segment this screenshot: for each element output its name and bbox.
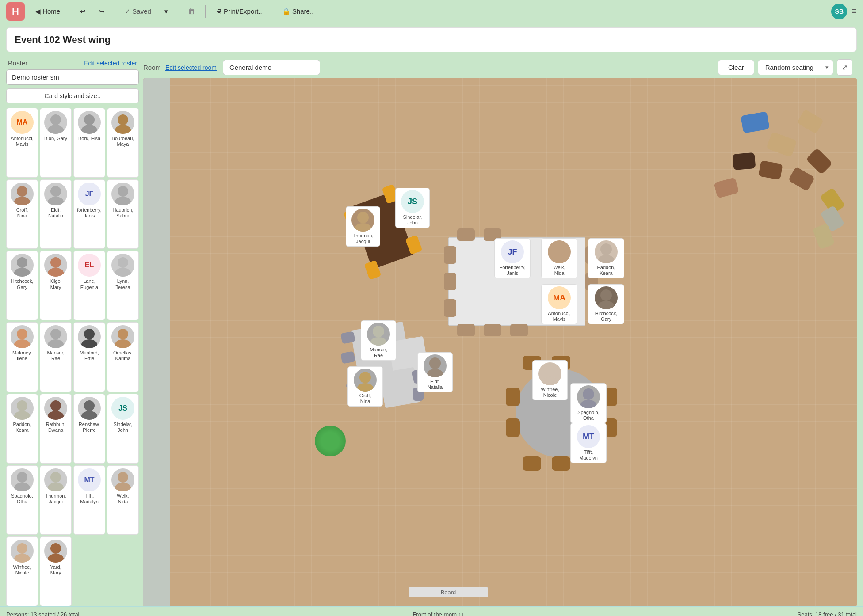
svg-point-45 xyxy=(551,255,567,263)
list-item[interactable]: JS Sindelar,John xyxy=(107,394,139,464)
list-item[interactable]: Hitchcock,Gary xyxy=(6,251,38,320)
avatar xyxy=(424,354,447,377)
list-item[interactable]: JF fortenberry,Janis xyxy=(73,179,105,249)
seat-spagnolo[interactable]: Spagnolo,Otha xyxy=(570,383,607,423)
print-export-button[interactable]: 🖨 Print/Export.. xyxy=(210,5,267,18)
seat-manser[interactable]: Manser,Rae xyxy=(361,320,396,361)
list-item[interactable]: Thurmon,Jacqui xyxy=(40,465,72,535)
list-item[interactable]: Welk,Nida xyxy=(107,465,139,535)
saved-button[interactable]: ✓ Saved xyxy=(119,5,157,18)
svg-point-6 xyxy=(17,186,27,197)
roster-label: Roster xyxy=(8,59,27,67)
list-item[interactable]: Eidt,Natalia xyxy=(40,179,72,249)
list-item[interactable]: Munford,Ettie xyxy=(73,322,105,392)
list-item[interactable]: Renshaw,Pierre xyxy=(73,394,105,464)
svg-point-57 xyxy=(542,377,558,385)
svg-point-4 xyxy=(118,114,128,125)
seat-tifft[interactable]: MT Tifft,Madelyn xyxy=(570,423,607,463)
svg-point-29 xyxy=(48,411,64,420)
share-button[interactable]: 🔒 Share.. xyxy=(277,5,319,18)
svg-point-25 xyxy=(115,339,131,348)
room-controls: Room Edit selected room General demo Cle… xyxy=(139,57,857,78)
person-name: Bourbeau,Maya xyxy=(112,136,134,147)
event-title[interactable]: Event 102 West wing xyxy=(6,27,857,52)
list-item[interactable]: Ornellas,Karima xyxy=(107,322,139,392)
avatar xyxy=(595,286,618,309)
person-name: Antonucci,Mavis xyxy=(11,136,33,147)
svg-point-28 xyxy=(50,400,61,411)
expand-button[interactable]: ⤢ xyxy=(837,59,852,76)
seat-fortenberry[interactable]: JF Fortenberry,Janis xyxy=(494,238,531,278)
avatar xyxy=(44,183,67,205)
avatar xyxy=(11,183,34,205)
person-name: Ornellas,Karima xyxy=(113,350,133,361)
seat-eidt[interactable]: Eidt,Natalia xyxy=(417,352,453,392)
list-item[interactable]: Kilgo,Mary xyxy=(40,251,72,320)
seat-sindelar[interactable]: JS Sindelar,John xyxy=(395,188,430,228)
left-separator xyxy=(143,78,170,606)
roster-select[interactable]: Demo roster sm xyxy=(6,69,139,85)
undo-button[interactable]: ↩ xyxy=(75,5,91,18)
avatar xyxy=(351,209,374,232)
seat-hitchcock[interactable]: Hitchcock,Gary xyxy=(588,284,624,324)
list-item[interactable]: Bork, Elsa xyxy=(73,108,105,178)
person-name: Yard,Mary xyxy=(50,564,61,576)
svg-point-43 xyxy=(355,223,371,232)
clear-button[interactable]: Clear xyxy=(718,60,754,75)
redo-button[interactable]: ↪ xyxy=(94,5,110,18)
list-item[interactable]: Spagnolo,Otha xyxy=(6,465,38,535)
card-style-button[interactable]: Card style and size.. xyxy=(6,88,139,103)
random-seating-button[interactable]: Random seating ▾ xyxy=(758,60,833,75)
random-seating-main[interactable]: Random seating xyxy=(758,60,821,75)
user-avatar[interactable]: SB xyxy=(831,4,847,19)
random-seating-caret[interactable]: ▾ xyxy=(821,61,833,74)
person-name: Sindelar,John xyxy=(403,214,422,226)
list-item[interactable]: Maloney,Ilene xyxy=(6,322,38,392)
svg-point-26 xyxy=(17,400,27,411)
seat-paddon[interactable]: Paddon,Keara xyxy=(588,238,624,278)
list-item[interactable]: Bourbeau,Maya xyxy=(107,108,139,178)
list-item[interactable]: Winfree,Nicole xyxy=(6,536,38,606)
delete-button[interactable]: 🗑 xyxy=(183,4,201,19)
list-item[interactable]: Paddon,Keara xyxy=(6,394,38,464)
home-button[interactable]: ◀ Home xyxy=(30,5,65,18)
svg-point-5 xyxy=(115,125,131,134)
avatar: MA xyxy=(548,286,571,309)
avatar xyxy=(577,385,600,408)
saved-caret-button[interactable]: ▾ xyxy=(159,5,173,18)
list-item[interactable]: Yard,Mary xyxy=(40,536,72,606)
room-select[interactable]: General demo xyxy=(223,60,320,75)
chair xyxy=(733,152,756,170)
chair xyxy=(484,324,501,336)
menu-icon[interactable]: ≡ xyxy=(852,6,857,16)
seat-thurmon[interactable]: Thurmon,Jacqui xyxy=(346,206,380,247)
seat-welk[interactable]: Welk,Nida xyxy=(541,238,577,278)
list-item[interactable]: Croff,Nina xyxy=(6,179,38,249)
nav-right: SB ≡ xyxy=(831,4,857,19)
nav-divider-1 xyxy=(70,5,70,18)
list-item[interactable]: MT Tifft,Madelyn xyxy=(73,465,105,535)
seat-croff[interactable]: Croff,Nina xyxy=(347,366,383,407)
list-item[interactable]: EL Lane,Eugenia xyxy=(73,251,105,320)
person-name: Welk,Nida xyxy=(117,493,129,505)
list-item[interactable]: Haubrich,Sabra xyxy=(107,179,139,249)
svg-point-34 xyxy=(50,472,61,483)
avatar: JS xyxy=(111,397,134,420)
chair xyxy=(523,456,541,471)
avatar xyxy=(44,325,67,348)
main-layout: Roster Edit selected roster Demo roster … xyxy=(6,57,857,606)
svg-point-33 xyxy=(14,483,30,491)
seat-winfree[interactable]: Winfree,Nicole xyxy=(532,360,568,400)
person-name: Eidt,Natalia xyxy=(428,379,443,390)
list-item[interactable]: Rathbun,Dwana xyxy=(40,394,72,464)
list-item[interactable]: Lynn,Teresa xyxy=(107,251,139,320)
edit-room-link[interactable]: Edit selected room xyxy=(165,64,217,71)
avatar xyxy=(367,323,390,346)
edit-roster-link[interactable]: Edit selected roster xyxy=(84,60,137,67)
list-item[interactable]: MA Antonucci,Mavis xyxy=(6,108,38,178)
avatar xyxy=(548,240,571,263)
list-item[interactable]: Manser,Rae xyxy=(40,322,72,392)
svg-point-32 xyxy=(17,472,27,483)
list-item[interactable]: Bibb, Gary xyxy=(40,108,72,178)
seat-antonucci[interactable]: MA Antonucci,Mavis xyxy=(541,284,577,324)
